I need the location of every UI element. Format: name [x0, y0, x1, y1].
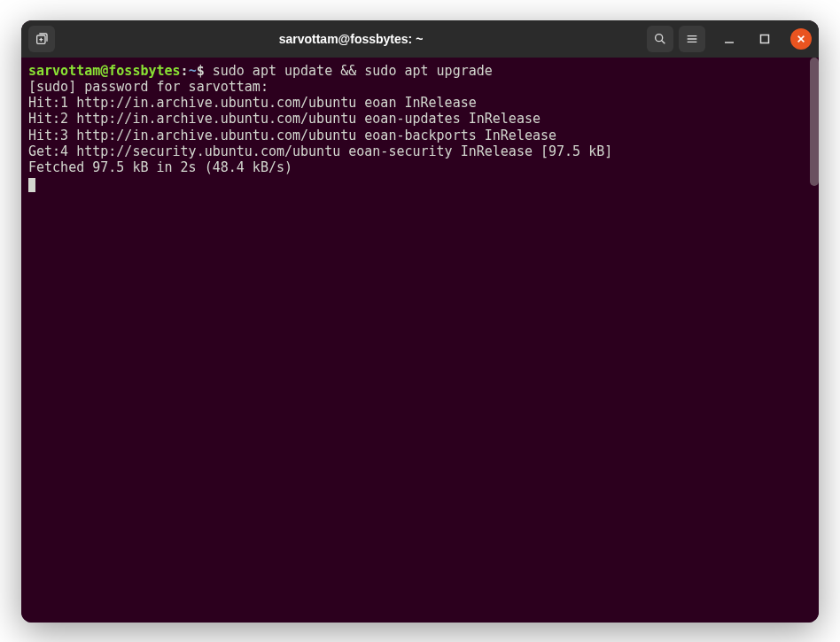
scrollbar[interactable]: [810, 58, 819, 186]
terminal-content: sarvottam@fossbytes:~$ sudo apt update &…: [28, 63, 812, 192]
search-button[interactable]: [647, 26, 673, 52]
menu-button[interactable]: [679, 26, 705, 52]
terminal-output-line: Hit:2 http://in.archive.ubuntu.com/ubunt…: [28, 111, 541, 127]
new-tab-icon: [35, 32, 49, 46]
terminal-output-line: Hit:3 http://in.archive.ubuntu.com/ubunt…: [28, 128, 556, 143]
prompt-symbol: $: [197, 63, 205, 79]
maximize-icon: [759, 34, 770, 44]
window-title: sarvottam@fossbytes: ~: [279, 32, 424, 46]
terminal-output-line: Get:4 http://security.ubuntu.com/ubuntu …: [28, 143, 612, 159]
prompt-path: ~: [189, 63, 197, 79]
search-icon: [653, 32, 667, 46]
svg-rect-9: [761, 35, 769, 43]
close-button[interactable]: [790, 28, 812, 50]
minimize-button[interactable]: [718, 27, 741, 50]
terminal-body[interactable]: sarvottam@fossbytes:~$ sudo apt update &…: [21, 58, 819, 623]
terminal-window: sarvottam@fossbytes: ~: [21, 20, 819, 623]
minimize-icon: [724, 34, 735, 44]
svg-point-3: [656, 34, 663, 41]
hamburger-icon: [685, 32, 699, 46]
svg-line-4: [662, 40, 665, 43]
new-tab-button[interactable]: [28, 26, 55, 52]
prompt-user-host: sarvottam@fossbytes: [28, 63, 181, 79]
close-icon: [797, 35, 805, 43]
prompt-colon: :: [181, 63, 189, 79]
terminal-output-line: Fetched 97.5 kB in 2s (48.4 kB/s): [28, 159, 292, 175]
terminal-command: sudo apt update && sudo apt upgrade: [213, 63, 493, 79]
titlebar: sarvottam@fossbytes: ~: [21, 20, 819, 58]
terminal-output-line: [sudo] password for sarvottam:: [28, 79, 268, 95]
terminal-output-line: Hit:1 http://in.archive.ubuntu.com/ubunt…: [28, 95, 477, 111]
maximize-button[interactable]: [753, 27, 776, 50]
terminal-cursor: [28, 178, 35, 192]
